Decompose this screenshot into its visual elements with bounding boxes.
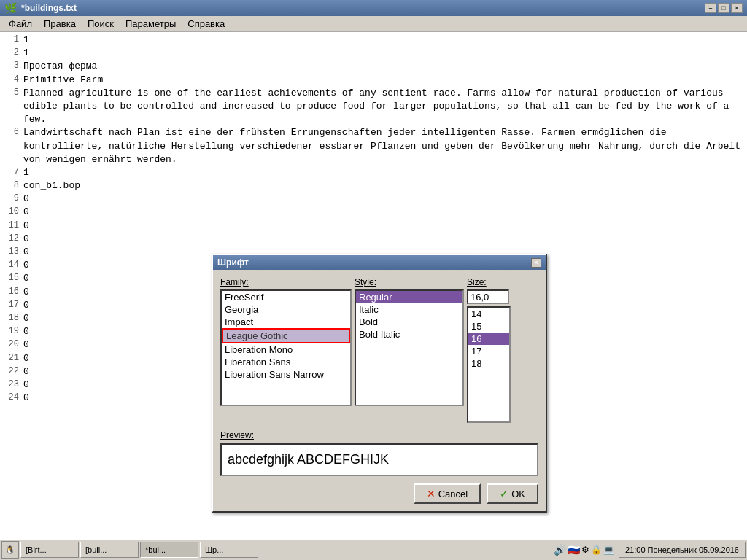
family-column: Family: FreeSerifGeorgiaImpactLeague Got… <box>220 277 352 423</box>
line-number: 11 <box>3 219 19 233</box>
family-label: Family: <box>220 277 352 287</box>
style-list-item[interactable]: Bold <box>356 316 462 328</box>
editor-line: 71 <box>0 166 747 179</box>
cancel-button[interactable]: ✕ Cancel <box>414 483 481 504</box>
monitor-icon[interactable]: 💻 <box>603 545 614 555</box>
line-number: 7 <box>3 166 19 179</box>
line-number: 4 <box>3 74 19 87</box>
taskbar-app-button[interactable]: *bui... <box>140 542 198 558</box>
menu-help[interactable]: Справка <box>182 17 231 31</box>
close-button[interactable]: × <box>731 3 743 13</box>
dialog-close-button[interactable]: × <box>531 258 541 268</box>
size-listbox[interactable]: 1415161718 <box>467 306 511 423</box>
line-number: 24 <box>3 392 19 405</box>
menu-params[interactable]: Параметры <box>120 17 182 31</box>
family-list-item[interactable]: League Gothic <box>222 328 350 343</box>
ok-icon: ✓ <box>500 488 508 499</box>
editor-line: 5Planned agriculture is one of the earli… <box>0 87 747 127</box>
line-number: 9 <box>3 192 19 206</box>
line-number: 20 <box>3 338 19 351</box>
line-number: 16 <box>3 286 19 299</box>
line-number: 21 <box>3 352 19 365</box>
menu-file[interactable]: Файл <box>3 17 38 31</box>
line-number: 6 <box>3 126 19 166</box>
family-list-item[interactable]: Liberation Sans <box>222 356 350 368</box>
editor-line: 3Простая ферма <box>0 60 747 73</box>
preview-label: Preview: <box>220 430 538 440</box>
line-content: Primitive Farm <box>23 74 744 87</box>
line-content: 0 <box>23 206 744 219</box>
editor-line: 100 <box>0 206 747 219</box>
line-number: 8 <box>3 179 19 192</box>
family-list-item[interactable]: Georgia <box>222 303 350 316</box>
line-content: 0 <box>23 233 744 246</box>
line-content: Planned agriculture is one of the earlie… <box>23 87 744 127</box>
editor-line: 120 <box>0 233 747 246</box>
editor-line: 21 <box>0 47 747 60</box>
line-number: 12 <box>3 233 19 246</box>
dialog-body: Family: FreeSerifGeorgiaImpactLeague Got… <box>213 270 546 511</box>
size-column: Size: 1415161718 <box>467 277 511 423</box>
minimize-button[interactable]: – <box>705 3 716 13</box>
line-number: 18 <box>3 312 19 325</box>
taskbar-app-button[interactable]: [buil... <box>80 542 139 558</box>
cancel-icon: ✕ <box>427 488 436 499</box>
editor-line: 11 <box>0 34 747 47</box>
line-content: Простая ферма <box>23 60 744 73</box>
system-clock: 21:00 Понедельник 05.09.2016 <box>619 542 746 558</box>
flag-icon[interactable]: 🇷🇺 <box>568 544 580 556</box>
system-tray: 🔊 🇷🇺 ⚙ 🔒 💻 <box>551 544 617 556</box>
window-controls: – □ × <box>705 3 743 13</box>
size-list-item[interactable]: 15 <box>468 320 509 332</box>
start-icon: 🐧 <box>5 545 15 555</box>
line-number: 3 <box>3 60 19 73</box>
menu-edit[interactable]: Правка <box>38 17 82 31</box>
size-list-item[interactable]: 14 <box>468 308 509 320</box>
dialog-columns: Family: FreeSerifGeorgiaImpactLeague Got… <box>220 277 538 423</box>
taskbar-app-button[interactable]: [Birt... <box>20 542 79 558</box>
family-listbox[interactable]: FreeSerifGeorgiaImpactLeague GothicLiber… <box>220 289 352 406</box>
line-content: con_b1.bop <box>23 179 744 192</box>
family-list-item[interactable]: Impact <box>222 316 350 328</box>
size-list-item[interactable]: 17 <box>468 345 509 357</box>
menu-search[interactable]: Поиск <box>82 17 120 31</box>
line-number: 1 <box>3 34 19 47</box>
style-list-item[interactable]: Regular <box>356 291 462 303</box>
line-content: 1 <box>23 47 744 60</box>
font-dialog: Шрифт × Family: FreeSerifGeorgiaImpactLe… <box>212 254 547 513</box>
line-number: 2 <box>3 47 19 60</box>
window-title: *buildings.txt <box>21 3 77 13</box>
preview-box: abcdefghijk ABCDEFGHIJK <box>220 443 538 476</box>
line-number: 13 <box>3 246 19 259</box>
start-button[interactable]: 🐧 <box>1 541 19 559</box>
family-list-item[interactable]: FreeSerif <box>222 291 350 303</box>
style-list-item[interactable]: Bold Italic <box>356 328 462 341</box>
size-label: Size: <box>467 277 511 287</box>
settings-icon[interactable]: ⚙ <box>581 545 589 555</box>
style-list-item[interactable]: Italic <box>356 303 462 316</box>
line-content: 1 <box>23 34 744 47</box>
editor-line: 110 <box>0 219 747 233</box>
size-input[interactable] <box>467 289 509 304</box>
editor-line: 8con_b1.bop <box>0 179 747 192</box>
editor-line: 4Primitive Farm <box>0 74 747 87</box>
family-list-item[interactable]: Liberation Mono <box>222 343 350 356</box>
taskbar-app-button[interactable]: Шр... <box>200 542 258 558</box>
dialog-title-text: Шрифт <box>217 257 249 268</box>
line-number: 17 <box>3 299 19 312</box>
ok-button[interactable]: ✓ OK <box>487 483 538 504</box>
line-content: Landwirtschaft nach Plan ist eine der fr… <box>23 126 744 166</box>
network-icon[interactable]: 🔒 <box>591 545 602 555</box>
app-icon: 🌿 <box>4 2 17 14</box>
maximize-button[interactable]: □ <box>718 3 729 13</box>
family-list-item[interactable]: Liberation Sans Narrow <box>222 368 350 381</box>
line-number: 22 <box>3 365 19 378</box>
size-list-item[interactable]: 18 <box>468 357 509 370</box>
volume-icon[interactable]: 🔊 <box>554 544 566 556</box>
taskbar: 🐧 [Birt...[buil...*bui...Шр... 🔊 🇷🇺 ⚙ 🔒 … <box>0 538 747 560</box>
line-number: 10 <box>3 206 19 219</box>
style-column: Style: RegularItalicBoldBold Italic <box>355 277 464 423</box>
size-list-item[interactable]: 16 <box>468 332 509 345</box>
style-listbox[interactable]: RegularItalicBoldBold Italic <box>355 289 464 406</box>
line-number: 23 <box>3 378 19 392</box>
